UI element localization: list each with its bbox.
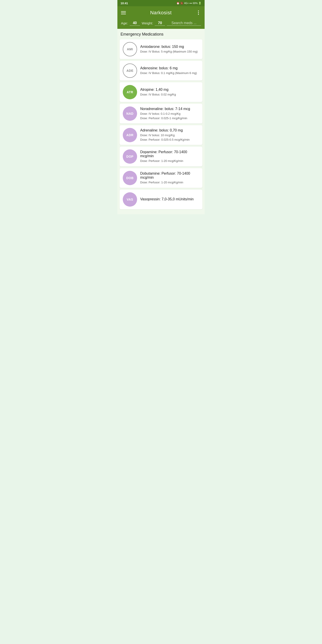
app-bar: Narkosist ⋮ <box>118 6 204 19</box>
med-dose-6: Dose: Perfusor: 1-20 mcg/Kg/min <box>140 180 199 185</box>
med-card-0[interactable]: AMIAmiodarone: bolus: 150 mgDose: IV Bol… <box>120 39 202 59</box>
med-card-3[interactable]: NADNoradrenaline: bolus: 7-14 mcgDose: I… <box>120 104 202 124</box>
section-title: Emergency Medications <box>120 32 202 37</box>
med-avatar-7: VAS <box>123 192 137 206</box>
medication-list: AMIAmiodarone: bolus: 150 mgDose: IV Bol… <box>120 39 202 209</box>
search-input[interactable] <box>167 20 201 26</box>
status-time: 10:41 <box>120 2 128 5</box>
menu-button[interactable] <box>121 11 126 14</box>
battery-level: 69% <box>193 2 198 4</box>
med-info-6: Dobutamine: Perfusor: 70-1400 mcg/minDos… <box>140 172 199 185</box>
med-name-5: Dopamine: Perfusor: 70-1400 mcg/min <box>140 150 199 158</box>
med-dose-3: Dose: IV bolus: 0.1-0.2 mcg/Kg Dose: Per… <box>140 112 199 120</box>
med-info-0: Amiodarone: bolus: 150 mgDose: IV Bolus:… <box>140 45 199 54</box>
med-name-3: Noradrenaline: bolus: 7-14 mcg <box>140 107 199 111</box>
med-card-5[interactable]: DOPDopamine: Perfusor: 70-1400 mcg/minDo… <box>120 147 202 166</box>
med-info-1: Adenosine: bolus: 6 mgDose: IV Bolus: 0.… <box>140 66 199 75</box>
med-card-2[interactable]: ATRAtropine: 1,40 mgDose: IV Bolus: 0.02… <box>120 82 202 102</box>
med-dose-0: Dose: IV Bolus: 5 mg/Kg (Maximum 150 mg) <box>140 50 199 54</box>
status-right: ⏰ 🔕 4G+ ▪▪▪ 69% 🔋 <box>176 2 202 5</box>
battery-icon: 🔋 <box>198 2 202 5</box>
weight-input[interactable] <box>155 20 165 26</box>
volume-icon: 🔕 <box>180 2 183 5</box>
med-avatar-5: DOP <box>123 149 137 164</box>
age-label: Age: <box>121 21 128 25</box>
med-avatar-0: AMI <box>123 42 137 56</box>
med-info-7: Vasopressin: 7,0-35,0 mUnits/min <box>140 197 199 202</box>
med-avatar-1: ADE <box>123 64 137 78</box>
med-info-4: Adrenaline: bolus: 0,70 mgDose: IV bolus… <box>140 128 199 142</box>
med-name-4: Adrenaline: bolus: 0,70 mg <box>140 128 199 132</box>
med-name-6: Dobutamine: Perfusor: 70-1400 mcg/min <box>140 172 199 180</box>
status-bar: 10:41 ⏰ 🔕 4G+ ▪▪▪ 69% 🔋 <box>118 0 204 6</box>
alarm-icon: ⏰ <box>176 2 180 5</box>
med-avatar-3: NAD <box>123 106 137 121</box>
med-avatar-2: ATR <box>123 85 137 99</box>
med-card-4[interactable]: ADRAdrenaline: bolus: 0,70 mgDose: IV bo… <box>120 125 202 145</box>
med-info-5: Dopamine: Perfusor: 70-1400 mcg/minDose:… <box>140 150 199 163</box>
med-name-1: Adenosine: bolus: 6 mg <box>140 66 199 70</box>
med-dose-2: Dose: IV Bolus: 0.02 mg/Kg <box>140 92 199 97</box>
age-input[interactable] <box>130 20 140 26</box>
signal-icon: ▪▪▪ <box>190 2 192 4</box>
med-card-6[interactable]: DOBDobutamine: Perfusor: 70-1400 mcg/min… <box>120 168 202 188</box>
med-dose-1: Dose: IV Bolus: 0.1 mg/Kg (Maximum 6 mg) <box>140 71 199 75</box>
main-content: Emergency Medications AMIAmiodarone: bol… <box>118 29 204 214</box>
more-options-button[interactable]: ⋮ <box>196 10 201 15</box>
med-dose-4: Dose: IV bolus: 10 mcg/Kg Dose: Perfusor… <box>140 133 199 142</box>
med-dose-5: Dose: Perfusor: 1-20 mcg/Kg/min <box>140 159 199 163</box>
network-icon: 4G+ <box>184 2 189 4</box>
weight-label: Weight: <box>142 21 153 25</box>
med-name-7: Vasopressin: 7,0-35,0 mUnits/min <box>140 197 199 201</box>
med-info-2: Atropine: 1,40 mgDose: IV Bolus: 0.02 mg… <box>140 88 199 97</box>
med-card-1[interactable]: ADEAdenosine: bolus: 6 mgDose: IV Bolus:… <box>120 61 202 80</box>
med-card-7[interactable]: VASVasopressin: 7,0-35,0 mUnits/min <box>120 190 202 209</box>
med-avatar-4: ADR <box>123 128 137 142</box>
med-name-0: Amiodarone: bolus: 150 mg <box>140 45 199 49</box>
med-avatar-6: DOB <box>123 171 137 185</box>
med-name-2: Atropine: 1,40 mg <box>140 88 199 92</box>
app-title: Narkosist <box>150 10 172 16</box>
med-info-3: Noradrenaline: bolus: 7-14 mcgDose: IV b… <box>140 107 199 120</box>
header-inputs: Age: Weight: <box>118 19 204 29</box>
